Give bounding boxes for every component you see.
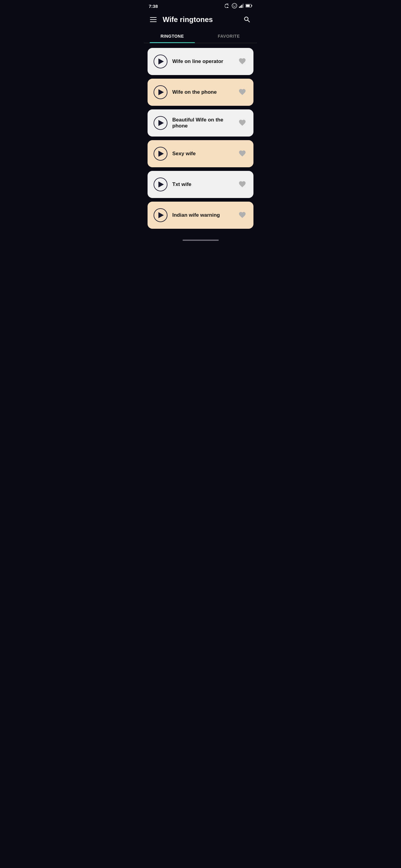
play-button-4[interactable] <box>153 147 168 161</box>
ringtone-name-4: Sexy wife <box>172 151 196 157</box>
svg-point-0 <box>232 3 237 8</box>
favorite-button-6[interactable] <box>237 210 248 221</box>
svg-rect-4 <box>240 6 241 8</box>
favorite-button-3[interactable] <box>237 118 248 129</box>
play-triangle-icon <box>159 181 164 187</box>
heart-icon-1 <box>238 57 246 65</box>
ringtone-item[interactable]: Indian wife warning <box>147 202 254 229</box>
status-icons <box>225 3 252 9</box>
ringtone-left: Indian wife warning <box>153 208 220 222</box>
status-time: 7:38 <box>149 4 158 9</box>
battery-icon <box>246 4 252 8</box>
missed-call-icon <box>225 4 230 9</box>
search-icon <box>243 16 251 24</box>
ringtone-name-2: Wife on the phone <box>172 89 217 95</box>
favorite-button-2[interactable] <box>237 87 248 98</box>
menu-button[interactable] <box>149 16 158 23</box>
heart-icon-4 <box>238 150 246 157</box>
signal-icon <box>239 4 244 9</box>
favorite-button-1[interactable] <box>237 56 248 67</box>
heart-icon-5 <box>238 180 246 188</box>
ringtone-item[interactable]: Sexy wife <box>147 140 254 167</box>
play-triangle-icon <box>159 120 164 126</box>
ringtone-name-1: Wife on line operator <box>172 59 223 64</box>
heart-icon-2 <box>238 88 246 96</box>
ringtone-item[interactable]: Txt wife <box>147 171 254 198</box>
page-title: Wife ringtones <box>163 16 213 24</box>
ringtone-list: Wife on line operator Wife on the phone <box>144 43 257 234</box>
play-triangle-icon <box>159 151 164 157</box>
search-button[interactable] <box>242 14 252 25</box>
header-left: Wife ringtones <box>149 16 213 24</box>
svg-rect-8 <box>252 5 252 7</box>
play-triangle-icon <box>159 89 164 95</box>
ringtone-name-6: Indian wife warning <box>172 212 220 218</box>
play-triangle-icon <box>159 212 164 218</box>
play-button-5[interactable] <box>153 178 168 191</box>
svg-point-2 <box>235 5 236 5</box>
ringtone-left: Sexy wife <box>153 147 196 161</box>
play-button-1[interactable] <box>153 55 168 68</box>
tab-favorite[interactable]: FAVORITE <box>201 30 257 43</box>
ringtone-name-5: Txt wife <box>172 181 191 187</box>
face-icon <box>232 3 237 9</box>
heart-icon-6 <box>238 211 246 219</box>
heart-icon-3 <box>238 119 246 127</box>
favorite-button-4[interactable] <box>237 148 248 159</box>
svg-rect-5 <box>241 5 242 8</box>
home-indicator <box>182 240 219 241</box>
svg-point-1 <box>233 5 234 5</box>
status-bar: 7:38 <box>144 0 257 11</box>
ringtone-left: Wife on the phone <box>153 85 217 99</box>
tabs: RINGTONE FAVORITE <box>144 30 257 43</box>
play-triangle-icon <box>159 59 164 64</box>
svg-rect-3 <box>239 7 240 8</box>
play-button-3[interactable] <box>153 116 168 130</box>
svg-rect-9 <box>246 5 250 7</box>
ringtone-item[interactable]: Beautiful Wife on the phone <box>147 110 254 136</box>
ringtone-left: Wife on line operator <box>153 55 223 68</box>
play-button-6[interactable] <box>153 208 168 222</box>
ringtone-name-3: Beautiful Wife on the phone <box>172 117 237 129</box>
favorite-button-5[interactable] <box>237 179 248 190</box>
header: Wife ringtones <box>144 11 257 30</box>
ringtone-left: Beautiful Wife on the phone <box>153 116 237 130</box>
play-button-2[interactable] <box>153 85 168 99</box>
ringtone-item[interactable]: Wife on the phone <box>147 79 254 106</box>
tab-ringtone[interactable]: RINGTONE <box>144 30 201 43</box>
ringtone-left: Txt wife <box>153 178 191 191</box>
svg-rect-6 <box>242 4 244 8</box>
ringtone-item[interactable]: Wife on line operator <box>147 48 254 75</box>
